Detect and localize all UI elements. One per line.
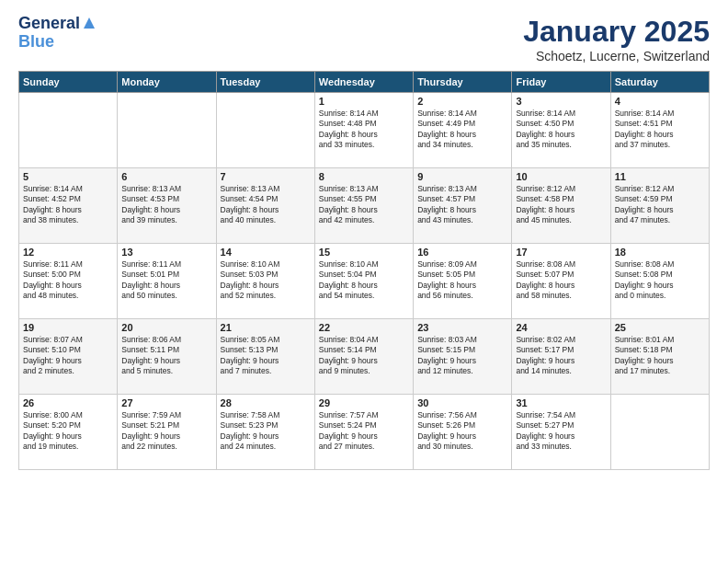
calendar-week-row: 19Sunrise: 8:07 AMSunset: 5:10 PMDayligh…: [19, 319, 710, 395]
calendar-week-row: 1Sunrise: 8:14 AMSunset: 4:48 PMDaylight…: [19, 93, 710, 168]
day-info: Sunrise: 8:05 AMSunset: 5:13 PMDaylight:…: [221, 335, 311, 377]
day-number: 15: [319, 247, 409, 258]
day-info: Sunrise: 8:06 AMSunset: 5:11 PMDaylight:…: [121, 335, 211, 377]
calendar-week-row: 26Sunrise: 8:00 AMSunset: 5:20 PMDayligh…: [19, 395, 710, 470]
table-row: [19, 93, 118, 168]
table-row: 25Sunrise: 8:01 AMSunset: 5:18 PMDayligh…: [610, 319, 709, 395]
day-info: Sunrise: 8:11 AMSunset: 5:01 PMDaylight:…: [121, 259, 211, 302]
day-info: Sunrise: 7:57 AMSunset: 5:24 PMDaylight:…: [319, 410, 409, 453]
day-info: Sunrise: 8:08 AMSunset: 5:08 PMDaylight:…: [615, 259, 705, 302]
day-number: 12: [23, 247, 113, 258]
table-row: 9Sunrise: 8:13 AMSunset: 4:57 PMDaylight…: [414, 168, 512, 244]
table-row: 4Sunrise: 8:14 AMSunset: 4:51 PMDaylight…: [610, 93, 709, 168]
day-info: Sunrise: 8:14 AMSunset: 4:50 PMDaylight:…: [516, 109, 606, 151]
calendar-header-row: Sunday Monday Tuesday Wednesday Thursday…: [19, 72, 710, 93]
day-info: Sunrise: 8:04 AMSunset: 5:14 PMDaylight:…: [319, 335, 409, 377]
table-row: 11Sunrise: 8:12 AMSunset: 4:59 PMDayligh…: [610, 168, 709, 244]
day-number: 3: [516, 96, 606, 107]
day-number: 24: [516, 322, 606, 333]
table-row: 23Sunrise: 8:03 AMSunset: 5:15 PMDayligh…: [414, 319, 512, 395]
table-row: 5Sunrise: 8:14 AMSunset: 4:52 PMDaylight…: [19, 168, 118, 244]
logo-general: General: [18, 15, 80, 33]
day-number: 22: [319, 322, 409, 333]
calendar-week-row: 12Sunrise: 8:11 AMSunset: 5:00 PMDayligh…: [19, 244, 710, 319]
day-number: 26: [23, 397, 113, 408]
title-block: January 2025 Schoetz, Lucerne, Switzerla…: [523, 15, 710, 63]
day-number: 30: [417, 397, 507, 408]
day-info: Sunrise: 8:14 AMSunset: 4:52 PMDaylight:…: [23, 184, 113, 226]
table-row: 2Sunrise: 8:14 AMSunset: 4:49 PMDaylight…: [414, 93, 512, 168]
table-row: 12Sunrise: 8:11 AMSunset: 5:00 PMDayligh…: [19, 244, 118, 319]
day-number: 19: [23, 322, 113, 333]
table-row: 20Sunrise: 8:06 AMSunset: 5:11 PMDayligh…: [118, 319, 216, 395]
table-row: 31Sunrise: 7:54 AMSunset: 5:27 PMDayligh…: [512, 395, 610, 470]
col-wednesday: Wednesday: [314, 72, 413, 93]
day-number: 11: [615, 171, 705, 182]
day-number: 7: [221, 171, 311, 182]
col-saturday: Saturday: [610, 72, 709, 93]
day-number: 27: [121, 397, 211, 408]
day-info: Sunrise: 8:03 AMSunset: 5:15 PMDaylight:…: [417, 335, 507, 377]
day-info: Sunrise: 8:00 AMSunset: 5:20 PMDaylight:…: [23, 410, 113, 453]
table-row: 16Sunrise: 8:09 AMSunset: 5:05 PMDayligh…: [414, 244, 512, 319]
day-number: 4: [615, 96, 705, 107]
day-number: 18: [615, 247, 705, 258]
day-info: Sunrise: 7:59 AMSunset: 5:21 PMDaylight:…: [121, 410, 211, 453]
day-info: Sunrise: 8:12 AMSunset: 4:58 PMDaylight:…: [516, 184, 606, 226]
table-row: 19Sunrise: 8:07 AMSunset: 5:10 PMDayligh…: [19, 319, 118, 395]
page: General Blue January 2025 Schoetz, Lucer…: [0, 0, 728, 563]
table-row: 8Sunrise: 8:13 AMSunset: 4:55 PMDaylight…: [314, 168, 413, 244]
day-number: 8: [319, 171, 409, 182]
day-info: Sunrise: 8:02 AMSunset: 5:17 PMDaylight:…: [516, 335, 606, 377]
day-number: 14: [221, 247, 311, 258]
table-row: [610, 395, 709, 470]
day-info: Sunrise: 8:14 AMSunset: 4:51 PMDaylight:…: [615, 109, 705, 151]
table-row: [118, 93, 216, 168]
day-info: Sunrise: 7:58 AMSunset: 5:23 PMDaylight:…: [221, 410, 311, 453]
day-number: 31: [516, 397, 606, 408]
day-info: Sunrise: 8:12 AMSunset: 4:59 PMDaylight:…: [615, 184, 705, 226]
table-row: 1Sunrise: 8:14 AMSunset: 4:48 PMDaylight…: [314, 93, 413, 168]
logo-blue: Blue: [18, 33, 54, 52]
day-info: Sunrise: 8:13 AMSunset: 4:54 PMDaylight:…: [221, 184, 311, 226]
table-row: [216, 93, 314, 168]
day-number: 23: [417, 322, 507, 333]
day-number: 1: [319, 96, 409, 107]
day-info: Sunrise: 8:13 AMSunset: 4:57 PMDaylight:…: [417, 184, 507, 226]
logo: General Blue: [18, 15, 97, 52]
day-info: Sunrise: 8:11 AMSunset: 5:00 PMDaylight:…: [23, 259, 113, 302]
day-info: Sunrise: 8:08 AMSunset: 5:07 PMDaylight:…: [516, 259, 606, 302]
table-row: 30Sunrise: 7:56 AMSunset: 5:26 PMDayligh…: [414, 395, 512, 470]
calendar: Sunday Monday Tuesday Wednesday Thursday…: [18, 71, 710, 470]
table-row: 14Sunrise: 8:10 AMSunset: 5:03 PMDayligh…: [216, 244, 314, 319]
day-info: Sunrise: 8:10 AMSunset: 5:03 PMDaylight:…: [221, 259, 311, 302]
day-number: 13: [121, 247, 211, 258]
day-number: 6: [121, 171, 211, 182]
table-row: 21Sunrise: 8:05 AMSunset: 5:13 PMDayligh…: [216, 319, 314, 395]
day-number: 21: [221, 322, 311, 333]
table-row: 13Sunrise: 8:11 AMSunset: 5:01 PMDayligh…: [118, 244, 216, 319]
col-monday: Monday: [118, 72, 216, 93]
table-row: 15Sunrise: 8:10 AMSunset: 5:04 PMDayligh…: [314, 244, 413, 319]
day-info: Sunrise: 7:56 AMSunset: 5:26 PMDaylight:…: [417, 410, 507, 453]
day-number: 10: [516, 171, 606, 182]
table-row: 10Sunrise: 8:12 AMSunset: 4:58 PMDayligh…: [512, 168, 610, 244]
table-row: 22Sunrise: 8:04 AMSunset: 5:14 PMDayligh…: [314, 319, 413, 395]
day-info: Sunrise: 8:09 AMSunset: 5:05 PMDaylight:…: [417, 259, 507, 302]
col-friday: Friday: [512, 72, 610, 93]
day-info: Sunrise: 8:13 AMSunset: 4:53 PMDaylight:…: [121, 184, 211, 226]
day-number: 16: [417, 247, 507, 258]
day-info: Sunrise: 8:07 AMSunset: 5:10 PMDaylight:…: [23, 335, 113, 377]
table-row: 26Sunrise: 8:00 AMSunset: 5:20 PMDayligh…: [19, 395, 118, 470]
subtitle: Schoetz, Lucerne, Switzerland: [523, 49, 710, 63]
main-title: January 2025: [523, 15, 710, 49]
day-info: Sunrise: 8:10 AMSunset: 5:04 PMDaylight:…: [319, 259, 409, 302]
day-number: 2: [417, 96, 507, 107]
day-number: 29: [319, 397, 409, 408]
day-number: 28: [221, 397, 311, 408]
header: General Blue January 2025 Schoetz, Lucer…: [18, 15, 710, 63]
day-info: Sunrise: 8:01 AMSunset: 5:18 PMDaylight:…: [615, 335, 705, 377]
table-row: 24Sunrise: 8:02 AMSunset: 5:17 PMDayligh…: [512, 319, 610, 395]
day-number: 9: [417, 171, 507, 182]
day-number: 20: [121, 322, 211, 333]
